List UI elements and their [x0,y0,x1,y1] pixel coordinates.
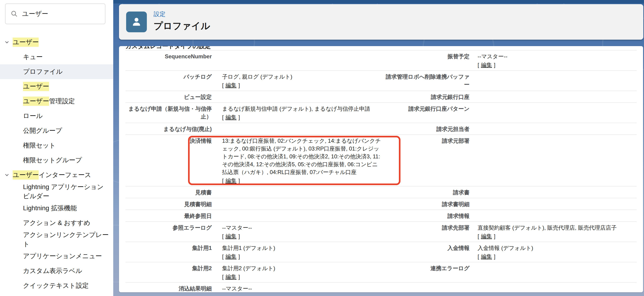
row-label: 集計用2 [126,262,212,282]
sidebar-item-user-management-settings[interactable]: ユーザー管理設定 [0,94,113,109]
row-value: 集計用1 (デフォルト) [編集] [212,242,382,262]
row-label [382,283,470,292]
sidebar-item-actions-recommendations[interactable]: アクション & おすすめ [0,216,113,230]
table-row: 集計用1 集計用1 (デフォルト) [編集] 入金情報 入金情報 (デフォルト)… [126,242,637,262]
salesforce-setup-screen: ユーザー キュー プロファイル ユーザー ユーザー管理設定 ロール 公開グループ… [0,0,644,296]
edit-link-wrap: [編集] [222,113,382,121]
edit-link[interactable]: 編集 [481,233,492,239]
row-label: 請求元部署 [382,135,470,186]
edit-link[interactable]: 編集 [226,274,236,280]
sidebar-item-app-menu[interactable]: アプリケーションメニュー [0,249,113,263]
row-label: 請求書明細 [382,198,470,210]
sidebar-search [5,4,106,24]
edit-link[interactable]: 編集 [226,253,236,260]
sidebar-item-custom-labels[interactable]: カスタム表示ラベル [0,263,113,278]
row-label: 参照エラーログ [126,222,212,242]
section-title: カスタムレコードタイプの設定 [126,46,637,50]
sidebar-item-queues[interactable]: キュー [0,50,113,64]
row-label: 請求元担当者 [382,123,470,134]
edit-link[interactable]: 編集 [226,178,236,184]
table-row: まるなげ申請（新規与信・与信停止） まるなげ新規与信申請 (デフォルト), まる… [126,103,637,123]
setup-sidebar: ユーザー キュー プロファイル ユーザー ユーザー管理設定 ロール 公開グループ… [0,0,113,296]
row-label: 最終参照日 [126,210,212,221]
row-label: まるなげ申請（新規与信・与信停止） [126,103,212,123]
sidebar-item-users[interactable]: ユーザー [0,79,113,94]
row-value: --マスター-- [編集] [470,51,637,70]
row-value [212,210,382,221]
row-label: 決済情報 [126,135,212,186]
row-label: ビュー設定 [126,91,212,102]
edit-link-wrap: [編集] [222,81,382,89]
row-label: 消込結果明細 [126,283,212,292]
table-row: 見積書 請求書 [126,187,637,198]
sidebar-item-users-group[interactable]: ユーザー [0,35,113,50]
sidebar-item-public-groups[interactable]: 公開グループ [0,123,113,138]
row-label: まるなげ与信(廃止) [126,123,212,134]
edit-link-wrap: [編集] [222,232,382,240]
record-type-settings-panel: カスタムレコードタイプの設定 SequenceNumber 振替予定 --マスタ… [119,46,643,292]
table-row: 集計用2 集計用2 (デフォルト) [編集] 連携エラーログ [126,262,637,283]
edit-link-wrap: [編集] [478,61,637,69]
row-value: 13:まるなげ口座振替, 02:バンクチェック, 14:まるなげバンクチェック,… [212,135,382,186]
chevron-down-icon[interactable] [4,39,10,46]
row-label: 請求元銀行口座 [382,91,470,102]
table-row-payment-info: 決済情報 13:まるなげ口座振替, 02:バンクチェック, 14:まるなげバンク… [126,135,637,187]
row-value [470,198,637,210]
sidebar-item-user-interface-group[interactable]: ユーザーインターフェース [0,168,113,182]
row-value [470,103,637,123]
row-label: 振替予定 [382,51,470,70]
row-label: バッチログ [126,71,212,91]
row-value [470,210,637,221]
page-header-text: 設定 プロファイル [154,10,210,32]
row-label: SequenceNumber [126,51,212,70]
row-value [470,91,637,102]
sidebar-item-lightning-app-builder[interactable]: Lightning アプリケーションビルダー [0,182,113,201]
edit-link-wrap: [編集] [478,232,637,240]
sidebar-item-profiles[interactable]: プロファイル [0,64,113,79]
row-label: 請求先部署 [382,222,470,242]
row-value [212,123,382,134]
edit-link[interactable]: 編集 [226,233,236,239]
table-row: SequenceNumber 振替予定 --マスター-- [編集] [126,51,637,71]
row-value [212,198,382,210]
chevron-down-icon[interactable] [4,172,10,179]
table-row: バッチログ 子ログ, 親ログ (デフォルト) [編集] 請求管理ロボへ削除連携バ… [126,71,637,91]
row-value [470,187,637,198]
sidebar-item-roles[interactable]: ロール [0,109,113,123]
sidebar-item-permission-set-groups[interactable]: 権限セットグループ [0,153,113,168]
sidebar-item-lightning-extensions[interactable]: Lightning 拡張機能 [0,201,113,216]
row-value: 入金情報 (デフォルト) [編集] [470,242,637,262]
table-row: 見積書明細 請求書明細 [126,198,637,210]
search-input[interactable] [5,4,106,24]
table-row: 最終参照日 請求情報 [126,210,637,222]
row-value [212,187,382,198]
edit-link[interactable]: 編集 [226,114,236,120]
row-value: 集計用2 (デフォルト) [編集] [212,262,382,282]
row-value: まるなげ新規与信申請 (デフォルト), まるなげ与信停止申請 [編集] [212,103,382,123]
row-label: 集計用1 [126,242,212,262]
row-value: 直接契約顧客 (デフォルト), 販売代理店, 販売代理店店子 [編集] [470,222,637,242]
row-label: 入金情報 [382,242,470,262]
sidebar-item-action-link-templates[interactable]: アクションリンクテンプレート [0,230,113,249]
sidebar-item-permission-sets[interactable]: 権限セット [0,138,113,153]
row-value [470,123,637,134]
table-row: 消込結果明細 --マスター-- [編集] [126,283,637,292]
edit-link-wrap: [編集] [478,253,637,260]
table-row: まるなげ与信(廃止) 請求元担当者 [126,123,637,135]
row-value [470,71,637,91]
edit-link[interactable]: 編集 [481,253,492,260]
edit-link[interactable]: 編集 [481,62,492,68]
row-value [212,51,382,70]
edit-link[interactable]: 編集 [226,82,236,88]
setup-breadcrumb: 設定 [154,10,210,18]
row-label: 見積書 [126,187,212,198]
row-label: 請求情報 [382,210,470,221]
user-icon [126,12,147,32]
edit-link-wrap: [編集] [222,177,382,185]
row-label: 請求元銀行口座パターン [382,103,470,123]
row-label: 見積書明細 [126,198,212,210]
top-navigation-bar [113,0,644,4]
row-value: --マスター-- [編集] [212,283,382,292]
edit-link-wrap: [編集] [222,273,382,281]
sidebar-item-quick-text-settings[interactable]: クイックテキスト設定 [0,278,113,293]
